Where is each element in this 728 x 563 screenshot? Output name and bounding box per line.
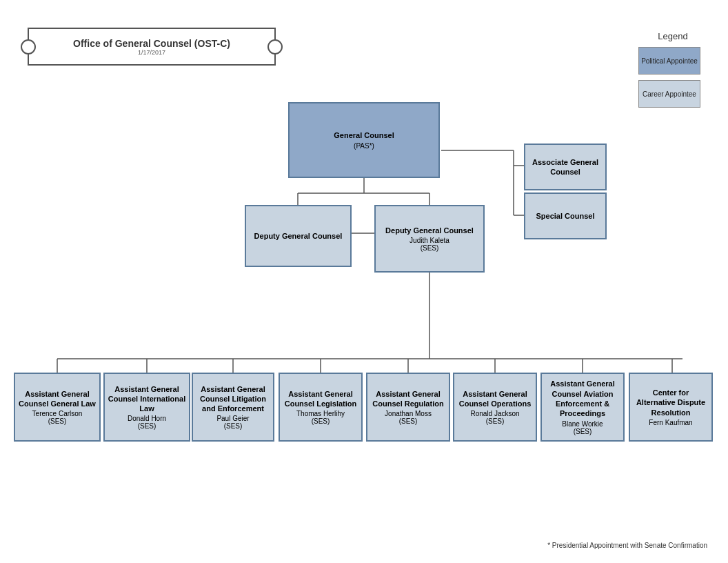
agc-litigation-ses: (SES) [224,422,243,430]
agc-regulation-title: Assistant General Counsel Regulation [370,389,446,409]
legend-title: Legend [638,31,707,41]
center-adr-node: Center for Alternative Dispute Resolutio… [629,373,713,442]
office-circle-right [267,39,283,55]
deputy-gc-2-node: Deputy General Counsel Judith Kaleta (SE… [374,205,485,273]
agc-general-law-ses: (SES) [48,417,67,425]
agc-regulation-ses: (SES) [399,417,418,425]
agc-litigation-node: Assistant General Counsel Litigation and… [192,373,274,442]
agc-intl-law-node: Assistant General Counsel International … [103,373,190,442]
agc-aviation-title: Assistant General Counsel Aviation Enfor… [545,379,620,418]
agc-intl-law-title: Assistant General Counsel International … [108,384,186,414]
general-counsel-title: General Counsel [334,130,394,140]
legend-political-label: Political Appointee [641,57,698,65]
legend-career-label: Career Appointee [643,90,696,98]
general-counsel-node: General Counsel (PAS*) [288,102,440,178]
agc-litigation-name: Paul Geier [216,415,249,422]
office-title: Office of General Counsel (OST-C) [73,38,230,49]
agc-aviation-ses: (SES) [574,428,592,435]
deputy-gc-2-ses: (SES) [421,244,439,252]
center-adr-title: Center for Alternative Dispute Resolutio… [633,388,709,417]
associate-gc-title: Associate General Counsel [528,157,603,177]
agc-general-law-title: Assistant General Counsel General Law [18,389,97,409]
agc-intl-law-ses: (SES) [138,422,156,430]
org-chart: Office of General Counsel (OST-C) 1/17/2… [0,0,728,563]
footer-note: * Presidential Appointment with Senate C… [547,542,707,549]
agc-general-law-name: Terence Carlson [32,410,83,417]
deputy-gc-1-title: Deputy General Counsel [254,231,343,241]
agc-intl-law-name: Donald Horn [128,415,166,422]
legend-career: Career Appointee [638,80,700,108]
agc-operations-node: Assistant General Counsel Operations Ron… [453,373,537,442]
agc-litigation-title: Assistant General Counsel Litigation and… [196,384,270,414]
agc-legislation-ses: (SES) [312,417,330,425]
legend: Legend Political Appointee Career Appoin… [638,31,707,113]
agc-operations-title: Assistant General Counsel Operations [457,389,533,409]
center-adr-name: Fern Kaufman [649,419,692,426]
deputy-gc-2-title: Deputy General Counsel [385,226,474,235]
office-date: 1/17/2017 [138,49,165,56]
deputy-gc-1-node: Deputy General Counsel [245,205,352,267]
agc-regulation-node: Assistant General Counsel Regulation Jon… [366,373,450,442]
connector-lines [0,0,728,563]
associate-gc-node: Associate General Counsel [524,144,607,190]
agc-operations-name: Ronald Jackson [470,410,519,417]
special-counsel-title: Special Counsel [536,211,595,221]
agc-regulation-name: Jonathan Moss [385,410,432,417]
agc-legislation-name: Thomas Herlihy [296,410,345,417]
agc-aviation-node: Assistant General Counsel Aviation Enfor… [540,373,625,442]
general-counsel-subtitle: (PAS*) [354,142,374,150]
agc-general-law-node: Assistant General Counsel General Law Te… [14,373,101,442]
office-box: Office of General Counsel (OST-C) 1/17/2… [28,28,276,66]
special-counsel-node: Special Counsel [524,192,607,239]
office-circle-left [21,39,36,55]
deputy-gc-2-name: Judith Kaleta [410,237,449,244]
agc-legislation-title: Assistant General Counsel Legislation [283,389,358,409]
agc-operations-ses: (SES) [486,417,505,425]
agc-legislation-node: Assistant General Counsel Legislation Th… [279,373,363,442]
agc-aviation-name: Blane Workie [562,420,603,428]
legend-political: Political Appointee [638,47,700,75]
